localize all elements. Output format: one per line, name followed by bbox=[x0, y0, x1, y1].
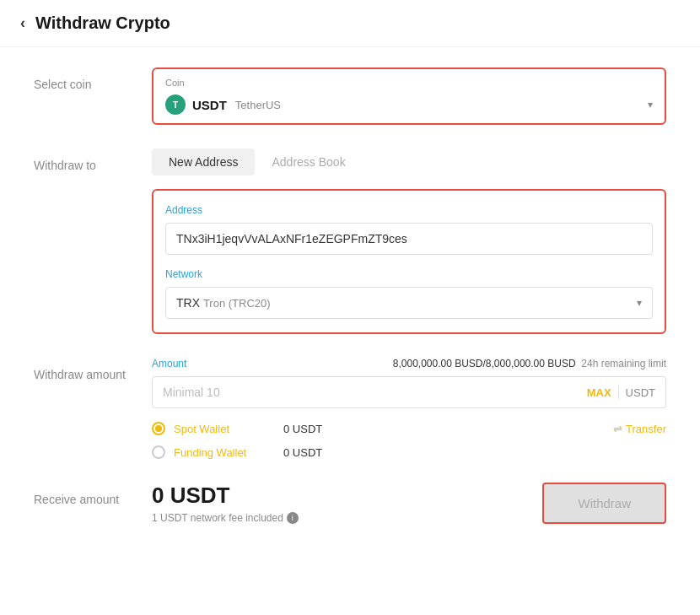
receive-amount-row: Receive amount 0 USDT 1 USDT network fee… bbox=[34, 483, 666, 524]
amount-placeholder: Minimal 10 bbox=[163, 386, 220, 399]
usdt-icon: T bbox=[165, 94, 186, 115]
receive-left: 0 USDT 1 USDT network fee included i bbox=[152, 483, 299, 524]
spot-wallet-radio[interactable] bbox=[152, 422, 165, 435]
select-coin-label: Select coin bbox=[34, 67, 152, 91]
network-name: Tron (TRC20) bbox=[203, 297, 271, 310]
network-fee: 1 USDT network fee included i bbox=[152, 512, 299, 524]
coin-dropdown-arrow: ▾ bbox=[648, 99, 653, 111]
coin-box: Coin T USDT TetherUS ▾ bbox=[152, 67, 666, 125]
transfer-button[interactable]: ⇌ Transfer bbox=[613, 423, 666, 435]
funding-wallet-balance: 0 USDT bbox=[283, 446, 322, 459]
spot-wallet-label: Spot Wallet bbox=[174, 423, 275, 435]
network-info: TRX Tron (TRC20) bbox=[176, 296, 271, 310]
withdraw-button[interactable]: Withdraw bbox=[542, 483, 666, 524]
info-icon[interactable]: i bbox=[287, 512, 299, 524]
coin-info: T USDT TetherUS bbox=[165, 94, 281, 115]
back-button[interactable]: ‹ bbox=[20, 14, 25, 32]
limit-suffix: 24h remaining limit bbox=[581, 358, 666, 370]
network-dropdown[interactable]: TRX Tron (TRC20) ▾ bbox=[165, 287, 653, 319]
funding-wallet-radio[interactable] bbox=[152, 445, 165, 459]
funding-wallet-row: Funding Wallet 0 USDT bbox=[152, 445, 666, 459]
page-title: Withdraw Crypto bbox=[35, 13, 170, 33]
limit-amount: 8,000,000.00 BUSD/8,000,000.00 BUSD bbox=[393, 358, 576, 370]
amount-input-row: Minimal 10 MAX USDT bbox=[152, 376, 666, 408]
page-header: ‹ Withdraw Crypto bbox=[0, 0, 700, 47]
transfer-label: Transfer bbox=[626, 423, 666, 435]
receive-content: 0 USDT 1 USDT network fee included i Wit… bbox=[152, 483, 666, 524]
tab-new-address[interactable]: New Address bbox=[152, 148, 255, 175]
max-button[interactable]: MAX bbox=[587, 386, 611, 399]
withdraw-amount-label: Withdraw amount bbox=[34, 358, 152, 381]
receive-amount-value: 0 USDT bbox=[152, 483, 299, 509]
coin-dropdown[interactable]: T USDT TetherUS ▾ bbox=[165, 94, 653, 115]
address-tabs: New Address Address Book bbox=[152, 148, 666, 175]
currency-label: USDT bbox=[626, 386, 655, 399]
address-field-label: Address bbox=[165, 204, 653, 216]
tab-address-book[interactable]: Address Book bbox=[255, 148, 362, 175]
select-coin-row: Select coin Coin T USDT TetherUS ▾ bbox=[34, 67, 666, 125]
spot-wallet-balance: 0 USDT bbox=[283, 423, 322, 435]
wallet-rows: Spot Wallet 0 USDT ⇌ Transfer Funding Wa… bbox=[152, 422, 666, 459]
address-network-box: Address Network TRX Tron (TRC20) ▾ bbox=[152, 189, 666, 334]
coin-fullname: TetherUS bbox=[235, 99, 281, 111]
withdraw-amount-row: Withdraw amount Amount 8,000,000.00 BUSD… bbox=[34, 358, 666, 459]
network-dropdown-arrow: ▾ bbox=[637, 297, 642, 309]
amount-right: MAX USDT bbox=[587, 386, 655, 399]
withdraw-to-label: Withdraw to bbox=[34, 148, 152, 172]
amount-field-label: Amount bbox=[152, 358, 186, 370]
withdraw-to-row: Withdraw to New Address Address Book Add… bbox=[34, 148, 666, 334]
spot-wallet-row: Spot Wallet 0 USDT ⇌ Transfer bbox=[152, 422, 666, 435]
funding-wallet-label: Funding Wallet bbox=[174, 446, 275, 459]
network-symbol: TRX bbox=[176, 296, 200, 310]
coin-selector-content: Coin T USDT TetherUS ▾ bbox=[152, 67, 666, 125]
divider bbox=[618, 386, 619, 399]
receive-amount-content: 0 USDT 1 USDT network fee included i Wit… bbox=[152, 483, 666, 524]
network-fee-text: 1 USDT network fee included bbox=[152, 512, 283, 524]
receive-amount-label: Receive amount bbox=[34, 483, 152, 506]
address-input[interactable] bbox=[165, 223, 653, 255]
limit-info: 8,000,000.00 BUSD/8,000,000.00 BUSD 24h … bbox=[393, 358, 666, 370]
withdraw-amount-content: Amount 8,000,000.00 BUSD/8,000,000.00 BU… bbox=[152, 358, 666, 459]
amount-header: Amount 8,000,000.00 BUSD/8,000,000.00 BU… bbox=[152, 358, 666, 370]
network-field-label: Network bbox=[165, 268, 653, 280]
withdraw-to-content: New Address Address Book Address Network… bbox=[152, 148, 666, 334]
transfer-icon: ⇌ bbox=[613, 423, 622, 435]
spot-wallet-radio-inner bbox=[155, 425, 162, 432]
coin-field-label: Coin bbox=[165, 78, 653, 88]
coin-symbol: USDT bbox=[192, 98, 227, 112]
